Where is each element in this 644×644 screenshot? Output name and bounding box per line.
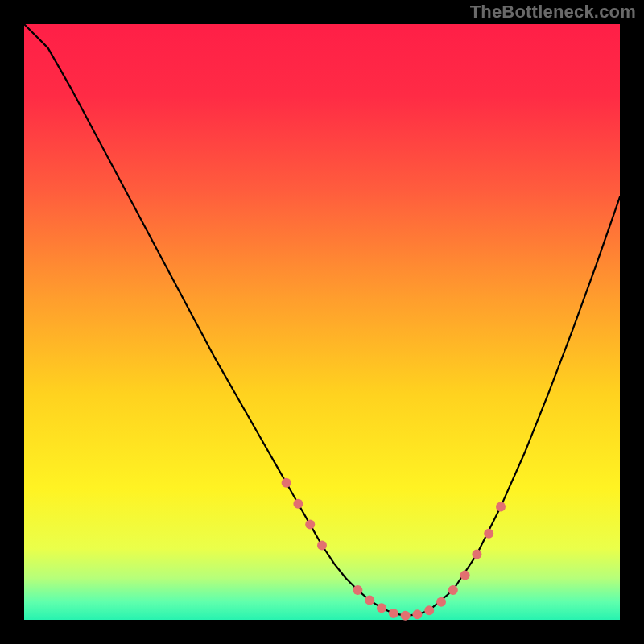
curve-marker bbox=[412, 609, 422, 619]
curve-marker bbox=[448, 585, 458, 595]
curve-marker bbox=[496, 502, 506, 511]
curve-marker bbox=[353, 585, 362, 595]
curve-marker bbox=[436, 597, 446, 607]
curve-marker bbox=[365, 596, 374, 605]
curve-marker bbox=[293, 499, 303, 509]
plot-area bbox=[24, 24, 620, 620]
curve-marker bbox=[377, 603, 386, 613]
curve-marker bbox=[305, 520, 315, 530]
chart-svg bbox=[0, 0, 644, 644]
curve-marker bbox=[424, 605, 434, 615]
curve-marker bbox=[472, 550, 481, 559]
chart-stage: TheBottleneck.com bbox=[0, 0, 644, 644]
curve-marker bbox=[389, 609, 398, 618]
watermark-text: TheBottleneck.com bbox=[470, 2, 636, 23]
curve-marker bbox=[282, 478, 291, 488]
curve-marker bbox=[317, 541, 327, 551]
curve-marker bbox=[460, 571, 470, 580]
curve-marker bbox=[401, 611, 411, 621]
curve-marker bbox=[484, 529, 493, 539]
